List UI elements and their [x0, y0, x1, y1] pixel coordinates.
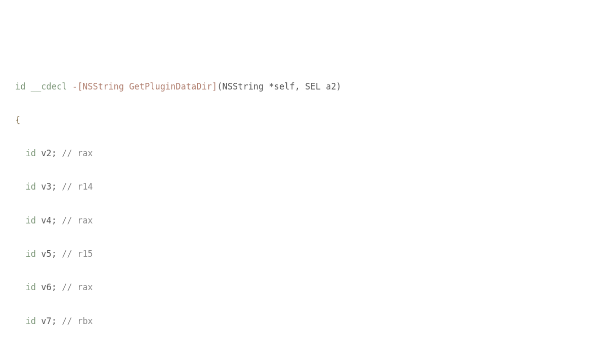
objc-selector: -[NSString GetPluginDataDir] — [72, 81, 218, 92]
decl-line: id v4; // rax — [15, 212, 592, 229]
decl-line: id v3; // r14 — [15, 178, 592, 195]
decl-line: id v5; // r15 — [15, 246, 592, 262]
blank-line — [15, 346, 592, 363]
keyword-cdecl: __cdecl — [31, 81, 67, 92]
decl-line: id v7; // rbx — [15, 313, 592, 330]
keyword-id: id — [15, 81, 25, 92]
brace-open: { — [15, 112, 592, 128]
decl-line: id v6; // rax — [15, 279, 592, 296]
param-list: (NSString *self, SEL a2) — [217, 81, 341, 92]
code-line: id __cdecl -[NSString GetPluginDataDir](… — [15, 78, 592, 95]
decl-line: id v2; // rax — [15, 145, 592, 162]
